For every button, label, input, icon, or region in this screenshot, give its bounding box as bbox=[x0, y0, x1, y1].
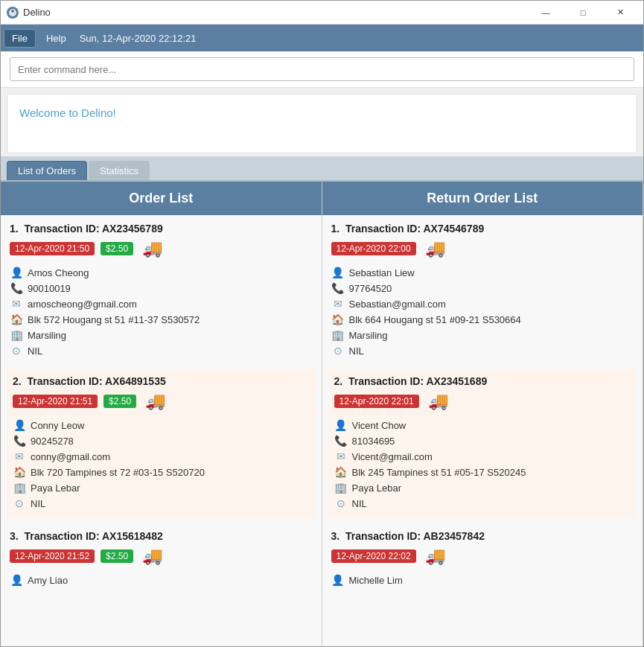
tab-statistics[interactable]: Statistics bbox=[89, 161, 150, 180]
return-truck-icon-2: 🚚 bbox=[428, 392, 448, 411]
return-order-2-email: ✉ Vicent@gmail.com bbox=[334, 450, 631, 463]
order-item-1: 1. Transaction ID: AX23456789 12-Apr-202… bbox=[10, 223, 313, 357]
order-list-scroll[interactable]: 1. Transaction ID: AX23456789 12-Apr-202… bbox=[1, 215, 322, 646]
return-order-3-name: 👤 Michelle Lim bbox=[331, 573, 634, 587]
main-window: Delino — □ ✕ File Help Sun, 12-Apr-2020 … bbox=[0, 0, 644, 647]
app-icon bbox=[7, 7, 19, 19]
return-order-2-name: 👤 Vicent Chow bbox=[334, 418, 631, 432]
order-3-title: 3. Transaction ID: AX15618482 bbox=[10, 530, 313, 542]
return-order-list-scroll[interactable]: 1. Transaction ID: AX74546789 12-Apr-202… bbox=[322, 215, 643, 646]
email-icon-1: ✉ bbox=[10, 297, 23, 310]
return-order-2-location: 🏢 Paya Lebar bbox=[334, 481, 631, 494]
order-list-panel: Order List 1. Transaction ID: AX23456789… bbox=[1, 182, 322, 646]
minimize-button[interactable]: — bbox=[529, 3, 563, 22]
return-order-2-title: 2. Transaction ID: AX23451689 bbox=[334, 375, 631, 387]
window-controls: — □ ✕ bbox=[529, 3, 637, 22]
return-building-icon-2: 🏢 bbox=[334, 481, 348, 494]
truck-icon-3: 🚚 bbox=[142, 546, 162, 566]
return-order-item-3: 3. Transaction ID: AB23457842 12-Apr-202… bbox=[331, 530, 634, 587]
welcome-text: Welcome to Delino! bbox=[19, 106, 116, 119]
command-input[interactable] bbox=[10, 57, 634, 81]
return-circle-icon-1: ⊙ bbox=[331, 344, 345, 357]
order-1-meta: 12-Apr-2020 21:50 $2.50 🚚 bbox=[10, 239, 313, 258]
return-order-1-address: 🏠 Blk 664 Hougang st 51 #09-21 S530664 bbox=[331, 313, 634, 326]
return-order-item-2: 2. Transaction ID: AX23451689 12-Apr-202… bbox=[328, 369, 637, 518]
home-icon-1: 🏠 bbox=[10, 313, 23, 326]
close-button[interactable]: ✕ bbox=[603, 3, 637, 22]
order-2-location: 🏢 Paya Lebar bbox=[13, 481, 310, 494]
truck-icon-1: 🚚 bbox=[142, 239, 162, 258]
order-2-phone: 📞 90245278 bbox=[13, 434, 310, 447]
return-home-icon-1: 🏠 bbox=[331, 313, 345, 326]
order-2-extra: ⊙ NIL bbox=[13, 497, 310, 510]
return-order-1-meta: 12-Apr-2020 22:00 🚚 bbox=[331, 239, 634, 258]
return-order-1-phone: 📞 97764520 bbox=[331, 281, 634, 295]
phone-icon-1: 📞 bbox=[10, 281, 23, 295]
return-order-1-email: ✉ Sebastian@gmail.com bbox=[331, 297, 634, 310]
return-order-2-address: 🏠 Blk 245 Tampines st 51 #05-17 S520245 bbox=[334, 465, 631, 479]
order-1-location: 🏢 Marsiling bbox=[10, 328, 313, 342]
order-1-date: 12-Apr-2020 21:50 bbox=[10, 242, 95, 255]
tab-list-of-orders[interactable]: List of Orders bbox=[7, 161, 87, 180]
order-2-meta: 12-Apr-2020 21:51 $2.50 🚚 bbox=[13, 392, 310, 411]
return-email-icon-2: ✉ bbox=[334, 450, 348, 463]
return-phone-icon-2: 📞 bbox=[334, 434, 348, 447]
return-order-1-extra: ⊙ NIL bbox=[331, 344, 634, 357]
svg-point-1 bbox=[11, 10, 14, 13]
order-list-header: Order List bbox=[1, 182, 322, 215]
order-3-price: $2.50 bbox=[101, 549, 133, 563]
datetime-display: Sun, 12-Apr-2020 22:12:21 bbox=[80, 33, 197, 44]
order-item-3: 3. Transaction ID: AX15618482 12-Apr-202… bbox=[10, 530, 313, 587]
order-3-date: 12-Apr-2020 21:52 bbox=[10, 549, 95, 563]
command-bar bbox=[1, 51, 643, 88]
return-order-2-phone: 📞 81034695 bbox=[334, 434, 631, 447]
return-order-1-location: 🏢 Marsiling bbox=[331, 328, 634, 342]
return-truck-icon-1: 🚚 bbox=[425, 239, 445, 258]
phone-icon-2: 📞 bbox=[13, 434, 26, 447]
menu-file[interactable]: File bbox=[4, 29, 36, 48]
return-order-list-header: Return Order List bbox=[322, 182, 643, 215]
return-order-2-date: 12-Apr-2020 22:01 bbox=[334, 395, 419, 408]
return-order-3-meta: 12-Apr-2020 22:02 🚚 bbox=[331, 546, 634, 566]
building-icon-1: 🏢 bbox=[10, 328, 23, 342]
return-person-icon-1: 👤 bbox=[331, 266, 345, 279]
email-icon-2: ✉ bbox=[13, 450, 26, 463]
person-icon-2: 👤 bbox=[13, 418, 26, 432]
tabs-bar: List of Orders Statistics bbox=[1, 156, 643, 182]
order-3-meta: 12-Apr-2020 21:52 $2.50 🚚 bbox=[10, 546, 313, 566]
order-2-name: 👤 Conny Leow bbox=[13, 418, 310, 432]
menu-help[interactable]: Help bbox=[39, 30, 74, 47]
order-2-price: $2.50 bbox=[103, 395, 136, 408]
return-truck-icon-3: 🚚 bbox=[425, 546, 445, 566]
return-person-icon-2: 👤 bbox=[334, 418, 348, 432]
order-2-address: 🏠 Blk 720 Tampines st 72 #03-15 S520720 bbox=[13, 465, 310, 479]
return-order-item-1: 1. Transaction ID: AX74546789 12-Apr-202… bbox=[331, 223, 634, 357]
welcome-area: Welcome to Delino! bbox=[7, 94, 637, 153]
return-order-1-name: 👤 Sebastian Liew bbox=[331, 266, 634, 279]
person-icon-3: 👤 bbox=[10, 573, 23, 587]
return-order-1-title: 1. Transaction ID: AX74546789 bbox=[331, 223, 634, 235]
order-2-date: 12-Apr-2020 21:51 bbox=[13, 395, 98, 408]
order-item-2: 2. Transaction ID: AX64891535 12-Apr-202… bbox=[7, 369, 316, 518]
order-1-price: $2.50 bbox=[101, 242, 133, 255]
order-3-name: 👤 Amy Liao bbox=[10, 573, 313, 587]
order-1-name: 👤 Amos Cheong bbox=[10, 266, 313, 279]
return-phone-icon-1: 📞 bbox=[331, 281, 345, 295]
truck-icon-2: 🚚 bbox=[145, 392, 165, 411]
order-2-email: ✉ conny@gmail.com bbox=[13, 450, 310, 463]
order-1-email: ✉ amoscheong@gmail.com bbox=[10, 297, 313, 310]
circle-icon-1: ⊙ bbox=[10, 344, 23, 357]
order-1-title: 1. Transaction ID: AX23456789 bbox=[10, 223, 313, 235]
return-email-icon-1: ✉ bbox=[331, 297, 345, 310]
window-title: Delino bbox=[23, 7, 529, 18]
return-order-3-title: 3. Transaction ID: AB23457842 bbox=[331, 530, 634, 542]
order-1-address: 🏠 Blk 572 Hougang st 51 #11-37 S530572 bbox=[10, 313, 313, 326]
order-1-phone: 📞 90010019 bbox=[10, 281, 313, 295]
menu-bar: File Help Sun, 12-Apr-2020 22:12:21 bbox=[1, 25, 643, 51]
order-1-extra: ⊙ NIL bbox=[10, 344, 313, 357]
order-2-title: 2. Transaction ID: AX64891535 bbox=[13, 375, 310, 387]
return-circle-icon-2: ⊙ bbox=[334, 497, 348, 510]
return-order-1-date: 12-Apr-2020 22:00 bbox=[331, 242, 416, 255]
maximize-button[interactable]: □ bbox=[566, 3, 600, 22]
return-order-list-panel: Return Order List 1. Transaction ID: AX7… bbox=[322, 182, 644, 646]
